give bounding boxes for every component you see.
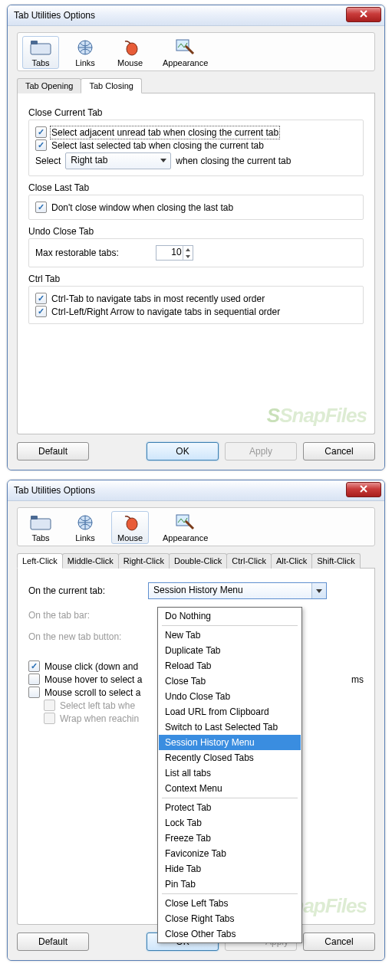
close-button[interactable]: [346, 7, 381, 22]
checkbox-ctrl-arrow[interactable]: [35, 306, 47, 317]
max-restorable-input[interactable]: 10: [156, 245, 193, 261]
checkbox-label: Select last selected tab when closing th…: [51, 140, 264, 151]
chevron-down-icon: [311, 583, 326, 598]
section-tab-links[interactable]: Links: [67, 36, 104, 69]
window-title: Tab Utilities Options: [14, 485, 95, 496]
click-subtabs: Left-Click Middle-Click Right-Click Doub…: [17, 552, 375, 569]
section-tab-mouse[interactable]: Mouse: [111, 511, 149, 544]
checkbox-ctrl-tab-mru[interactable]: [35, 293, 47, 304]
checkbox-mouse-click[interactable]: [28, 660, 40, 672]
menu-item[interactable]: Hide Tab: [159, 861, 301, 877]
section-tab-label: Links: [75, 58, 95, 67]
close-button[interactable]: [346, 482, 381, 497]
checkbox-mouse-hover[interactable]: [28, 674, 40, 685]
group-close-current: Select adjacent unread tab when closing …: [28, 120, 364, 176]
checkbox-mouse-scroll[interactable]: [28, 687, 40, 698]
titlebar: Tab Utilities Options: [8, 5, 384, 26]
group-title: Close Current Tab: [28, 107, 364, 118]
subtab-ctrl-click[interactable]: Ctrl-Click: [226, 553, 272, 569]
menu-item[interactable]: Freeze Tab: [159, 831, 301, 846]
subtab-opening[interactable]: Tab Opening: [17, 78, 81, 93]
checkbox-wrap: [44, 713, 55, 724]
menu-item[interactable]: Recently Closed Tabs: [159, 750, 301, 765]
dialog-tabs: Tab Utilities Options Tabs Links: [7, 5, 385, 470]
select-value: Right tab: [71, 155, 107, 166]
svg-rect-6: [31, 516, 38, 519]
section-tab-appearance[interactable]: Appearance: [156, 36, 214, 69]
appearance-icon: [173, 38, 198, 57]
checkbox-label: Ctrl-Tab to navigate tabs in most recent…: [51, 293, 265, 304]
button-row: Default OK Apply Cancel: [17, 442, 375, 461]
apply-button[interactable]: Apply: [225, 442, 297, 461]
select-current-tab-action[interactable]: Session History Menu: [148, 582, 327, 599]
section-tab-mouse[interactable]: Mouse: [111, 36, 149, 69]
close-icon: [360, 484, 367, 495]
section-tab-tabs[interactable]: Tabs: [22, 511, 59, 544]
menu-item[interactable]: Context Menu: [159, 781, 301, 796]
label: Select: [35, 156, 61, 166]
svg-point-8: [127, 518, 137, 530]
menu-item[interactable]: Protect Tab: [159, 800, 301, 815]
default-button[interactable]: Default: [17, 442, 89, 461]
menu-item[interactable]: Close Tab: [159, 674, 301, 689]
watermark: SSnapFiles: [267, 404, 367, 428]
subtab-shift-click[interactable]: Shift-Click: [311, 553, 361, 569]
section-tab-label: Links: [75, 533, 95, 542]
subtab-alt-click[interactable]: Alt-Click: [271, 553, 312, 569]
cancel-button[interactable]: Cancel: [303, 442, 375, 461]
checkbox-label: Ctrl-Left/Right Arrow to navigate tabs i…: [51, 306, 280, 317]
spinner-down-icon[interactable]: [183, 253, 193, 260]
subtab-closing[interactable]: Tab Closing: [81, 78, 141, 93]
menu-item[interactable]: Session History Menu: [159, 735, 301, 750]
group-title: Undo Close Tab: [28, 226, 364, 237]
menu-item[interactable]: Pin Tab: [159, 877, 301, 892]
section-tab-label: Mouse: [117, 533, 143, 542]
section-tab-label: Tabs: [31, 533, 49, 542]
dropdown-menu[interactable]: Do NothingNew TabDuplicate TabReload Tab…: [157, 607, 302, 943]
label: On the new tab button:: [28, 631, 143, 642]
label: On the current tab:: [28, 585, 143, 596]
checkbox-select-left-tab: [44, 700, 55, 711]
section-tab-tabs[interactable]: Tabs: [22, 36, 59, 69]
menu-item[interactable]: Lock Tab: [159, 815, 301, 831]
subtab-double-click[interactable]: Double-Click: [169, 553, 227, 569]
menu-item[interactable]: Load URL from Clipboard: [159, 704, 301, 719]
cancel-button[interactable]: Cancel: [303, 932, 375, 951]
group-close-last: Don't close window when closing the last…: [28, 195, 364, 220]
checkbox-label: Don't close window when closing the last…: [51, 202, 233, 213]
menu-item[interactable]: Faviconize Tab: [159, 846, 301, 861]
menu-item[interactable]: Close Right Tabs: [159, 911, 301, 926]
checkbox-adjacent-unread[interactable]: [35, 126, 47, 138]
menu-item[interactable]: Close Other Tabs: [159, 926, 301, 942]
close-icon: [360, 9, 367, 20]
subtab-left-click[interactable]: Left-Click: [17, 553, 63, 569]
label: On the tab bar:: [28, 610, 143, 621]
spinner-up-icon[interactable]: [183, 246, 193, 253]
checkbox-label: Select left tab whe: [60, 700, 135, 711]
checkbox-last-selected[interactable]: [35, 139, 47, 151]
ok-button[interactable]: OK: [147, 442, 219, 461]
section-tabs: Tabs Links Mouse Appearance: [17, 507, 375, 546]
menu-item[interactable]: New Tab: [159, 628, 301, 643]
menu-item[interactable]: Switch to Last Selected Tab: [159, 719, 301, 735]
select-direction[interactable]: Right tab: [65, 152, 171, 169]
input-value: 10: [171, 247, 181, 257]
menu-item[interactable]: List all tabs: [159, 765, 301, 781]
subtab-right-click[interactable]: Right-Click: [118, 553, 170, 569]
menu-item[interactable]: Undo Close Tab: [159, 689, 301, 704]
section-tab-appearance[interactable]: Appearance: [156, 511, 214, 544]
checkbox-label: Mouse scroll to select a: [44, 687, 140, 698]
checkbox-dont-close-window[interactable]: [35, 202, 47, 213]
menu-item[interactable]: Duplicate Tab: [159, 643, 301, 658]
label: ms: [351, 674, 364, 685]
menu-separator: [162, 893, 298, 894]
subtab-middle-click[interactable]: Middle-Click: [62, 553, 119, 569]
menu-item[interactable]: Do Nothing: [159, 608, 301, 624]
spinner[interactable]: [183, 246, 193, 260]
checkbox-label: Mouse hover to select a: [44, 674, 142, 685]
select-value: Session History Menu: [153, 585, 243, 595]
section-tab-links[interactable]: Links: [67, 511, 104, 544]
menu-item[interactable]: Close Left Tabs: [159, 896, 301, 911]
default-button[interactable]: Default: [17, 932, 89, 951]
menu-item[interactable]: Reload Tab: [159, 658, 301, 674]
